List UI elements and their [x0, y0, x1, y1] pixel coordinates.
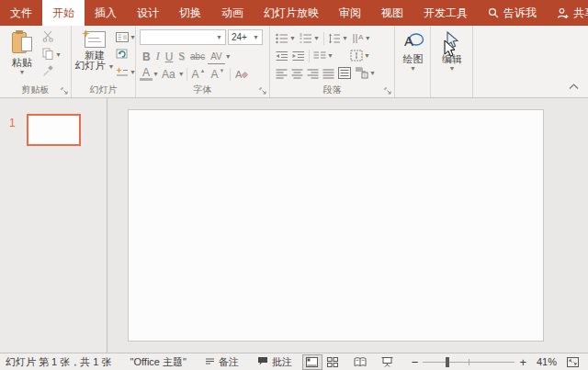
zoom-slider-thumb[interactable] — [446, 357, 449, 367]
comments-button[interactable]: 批注 — [248, 355, 301, 369]
new-slide-label-line2: 幻灯片 ▼ — [75, 61, 115, 71]
group-font: ▼ 24+ ▼ B I U S abc AV ▼ — [136, 26, 270, 97]
fit-to-window-icon — [567, 357, 579, 367]
drawing-dropdown-arrow: ▼ — [410, 66, 416, 72]
zoom-in-button[interactable]: + — [514, 355, 531, 369]
svg-text:A: A — [404, 33, 413, 49]
align-center-button[interactable] — [289, 65, 305, 81]
new-slide-button[interactable]: 新建 幻灯片 ▼ — [75, 28, 114, 84]
tab-developer[interactable]: 开发工具 — [413, 0, 478, 26]
tab-home[interactable]: 开始 — [42, 0, 85, 26]
notes-button[interactable]: 备注 — [196, 355, 248, 369]
tab-review[interactable]: 审阅 — [329, 0, 371, 26]
increase-indent-button[interactable] — [290, 48, 307, 63]
slide-show-button[interactable] — [378, 354, 398, 370]
grow-font-button[interactable]: A▲ — [189, 66, 209, 82]
bullets-button[interactable]: ▼ — [274, 30, 298, 46]
layout-dropdown-arrow: ▼ — [130, 35, 136, 40]
paragraph-dialog-launcher[interactable] — [383, 86, 392, 95]
ribbon: 粘贴 ▼ ▼ — [0, 26, 588, 98]
clear-formatting-button[interactable]: A — [232, 66, 251, 82]
character-spacing-button[interactable]: AV — [208, 49, 225, 64]
copy-button[interactable]: ▼ — [40, 46, 63, 63]
tab-design[interactable]: 设计 — [127, 0, 169, 26]
reset-slide-icon — [116, 47, 129, 63]
paste-button[interactable]: 粘贴 ▼ — [4, 28, 40, 84]
share-person-icon — [557, 7, 569, 19]
section-button[interactable]: ▼ — [114, 63, 138, 81]
paste-label: 粘贴 — [12, 56, 32, 70]
drawing-button[interactable]: A 绘图 ▼ — [399, 28, 427, 84]
tab-slideshow[interactable]: 幻灯片放映 — [254, 0, 329, 26]
strikethrough-button[interactable]: abc — [187, 49, 208, 64]
collapse-ribbon-button[interactable] — [569, 77, 579, 94]
share-button[interactable]: 共享(S) — [547, 0, 588, 26]
normal-view-button[interactable] — [302, 354, 322, 370]
scissors-icon — [42, 29, 54, 46]
convert-to-smartart-button[interactable]: ▼ — [353, 65, 378, 81]
reading-view-button[interactable] — [350, 354, 370, 370]
distribute-columns-button[interactable] — [336, 65, 353, 81]
align-text-button[interactable]: ▼ — [348, 48, 372, 63]
change-case-button[interactable]: Aa — [159, 66, 178, 82]
drawing-label: 绘图 — [403, 52, 424, 66]
italic-button[interactable]: I — [153, 49, 163, 64]
align-right-button[interactable] — [305, 65, 321, 81]
tell-me-label: 告诉我 — [503, 6, 537, 21]
decrease-indent-icon — [276, 50, 288, 62]
shrink-font-button[interactable]: A▼ — [209, 66, 228, 82]
numbering-button[interactable]: ▼ — [298, 30, 322, 46]
bold-button[interactable]: B — [140, 49, 153, 64]
fit-slide-to-window-button[interactable] — [562, 354, 582, 370]
font-dialog-launcher[interactable] — [258, 86, 267, 95]
drawing-icon: A — [402, 30, 424, 50]
columns-button[interactable]: ▼ — [311, 48, 335, 63]
slide-show-icon — [381, 357, 393, 367]
tab-insert[interactable]: 插入 — [85, 0, 127, 26]
slide-thumbnail-panel: 1 — [0, 98, 107, 353]
section-dropdown-arrow: ▼ — [130, 70, 136, 75]
underline-button[interactable]: U — [163, 49, 176, 64]
clipboard-group-label: 剪贴板 — [22, 84, 50, 95]
font-color-button[interactable]: A — [140, 67, 153, 81]
text-direction-button[interactable]: A ▼ — [350, 30, 373, 46]
format-painter-button[interactable] — [40, 63, 63, 81]
tab-animations[interactable]: 动画 — [211, 0, 254, 26]
reset-slide-button[interactable] — [114, 46, 138, 63]
reading-view-icon — [354, 357, 367, 367]
justify-button[interactable] — [321, 65, 336, 81]
ribbon-tab-bar: 文件 开始 插入 设计 切换 动画 幻灯片放映 审阅 视图 开发工具 告诉我 共… — [0, 0, 588, 26]
paste-dropdown-arrow: ▼ — [19, 70, 26, 75]
font-name-combobox[interactable]: ▼ — [140, 29, 226, 45]
font-size-combobox[interactable]: 24+ ▼ — [228, 29, 263, 45]
decrease-indent-button[interactable] — [274, 48, 290, 63]
text-direction-icon: A — [352, 33, 364, 44]
zoom-percentage[interactable]: 41% — [531, 356, 562, 367]
theme-name[interactable]: "Office 主题" — [121, 355, 196, 369]
tab-view[interactable]: 视图 — [371, 0, 413, 26]
cut-button[interactable] — [40, 28, 63, 46]
slide-sorter-view-button[interactable] — [322, 354, 343, 370]
copy-icon — [42, 47, 54, 63]
tell-me-button[interactable]: 告诉我 — [478, 0, 547, 26]
tab-transitions[interactable]: 切换 — [169, 0, 211, 26]
text-shadow-button[interactable]: S — [175, 49, 187, 64]
editing-button[interactable]: 编辑 ▼ — [435, 28, 469, 84]
line-spacing-button[interactable]: ▼ — [326, 30, 350, 46]
clipboard-dialog-launcher[interactable] — [60, 86, 69, 95]
search-icon — [488, 7, 499, 18]
character-spacing-dropdown-arrow: ▼ — [225, 54, 232, 60]
tab-file[interactable]: 文件 — [0, 0, 42, 26]
editing-dropdown-arrow: ▼ — [449, 66, 456, 72]
line-spacing-icon — [328, 33, 341, 44]
slides-group-label: 幻灯片 — [90, 84, 118, 95]
group-paragraph: ▼ ▼ ▼ A ▼ — [270, 26, 395, 97]
slide-canvas[interactable] — [128, 109, 544, 342]
powerpoint-window: 文件 开始 插入 设计 切换 动画 幻灯片放映 审阅 视图 开发工具 告诉我 共… — [0, 0, 588, 370]
zoom-out-button[interactable]: − — [407, 355, 424, 369]
align-left-button[interactable] — [274, 65, 289, 81]
zoom-slider[interactable] — [423, 357, 514, 367]
slide-sorter-icon — [327, 357, 338, 367]
layout-button[interactable]: ▼ — [114, 28, 138, 46]
slide-thumbnail-1[interactable] — [27, 114, 81, 146]
